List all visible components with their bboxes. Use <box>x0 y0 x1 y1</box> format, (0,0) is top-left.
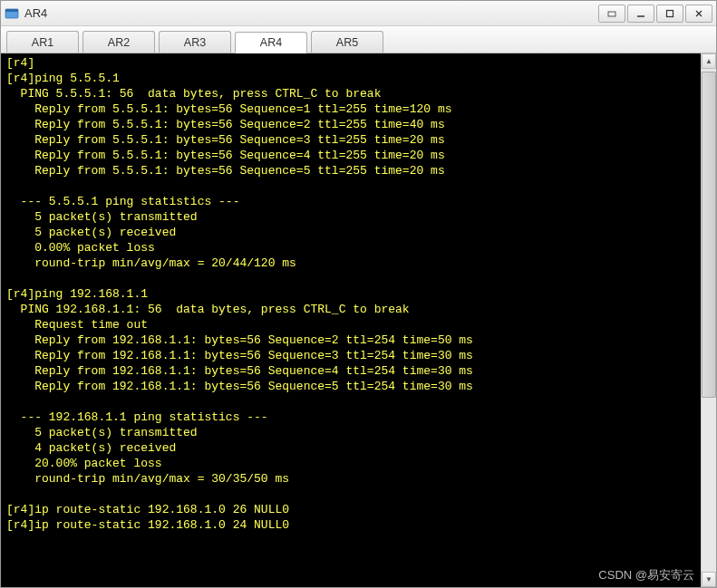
scroll-up-button[interactable]: ▲ <box>702 53 716 69</box>
tab-ar4[interactable]: AR4 <box>235 32 307 53</box>
window-title: AR4 <box>24 6 596 20</box>
app-icon <box>5 6 19 21</box>
window-controls <box>596 5 712 23</box>
terminal-container: [r4] [r4]ping 5.5.5.1 PING 5.5.5.1: 56 d… <box>1 53 716 587</box>
svg-rect-1 <box>5 9 18 12</box>
scrollbar[interactable]: ▲ ▼ <box>701 53 716 587</box>
tab-ar2[interactable]: AR2 <box>82 31 155 53</box>
terminal-output[interactable]: [r4] [r4]ping 5.5.5.1 PING 5.5.5.1: 56 d… <box>1 53 701 587</box>
tab-ar5[interactable]: AR5 <box>311 31 383 53</box>
svg-rect-4 <box>667 10 673 16</box>
maximize-button[interactable] <box>656 5 683 23</box>
minimize-button[interactable] <box>627 5 654 23</box>
tab-ar3[interactable]: AR3 <box>159 31 231 53</box>
scroll-thumb[interactable] <box>702 72 716 398</box>
options-button[interactable] <box>598 5 625 23</box>
tab-bar: AR1 AR2 AR3 AR4 AR5 <box>1 26 716 53</box>
title-bar: AR4 <box>1 1 716 26</box>
close-button[interactable] <box>685 5 712 23</box>
svg-rect-2 <box>608 12 615 16</box>
tab-ar1[interactable]: AR1 <box>6 31 79 53</box>
scroll-down-button[interactable]: ▼ <box>702 572 716 587</box>
